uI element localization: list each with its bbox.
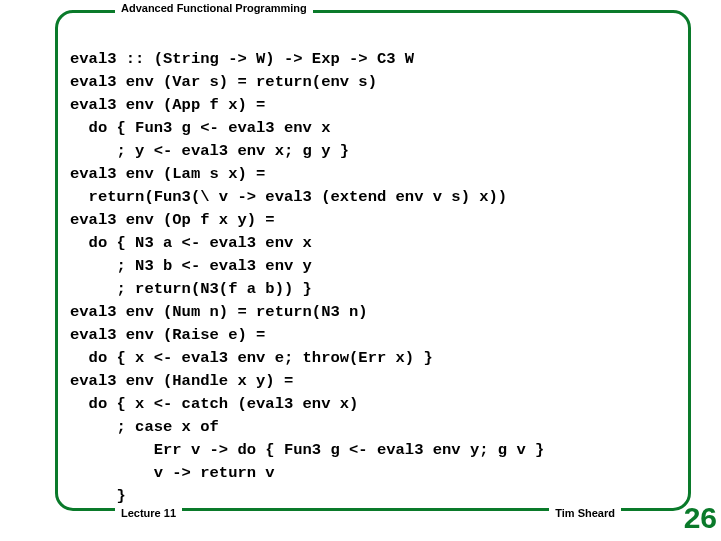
page-number: 26 xyxy=(684,501,717,535)
code-block: eval3 :: (String -> W) -> Exp -> C3 W ev… xyxy=(70,48,683,508)
lecture-label: Lecture 11 xyxy=(115,507,182,519)
author-label: Tim Sheard xyxy=(549,507,621,519)
course-title: Advanced Functional Programming xyxy=(115,2,313,14)
